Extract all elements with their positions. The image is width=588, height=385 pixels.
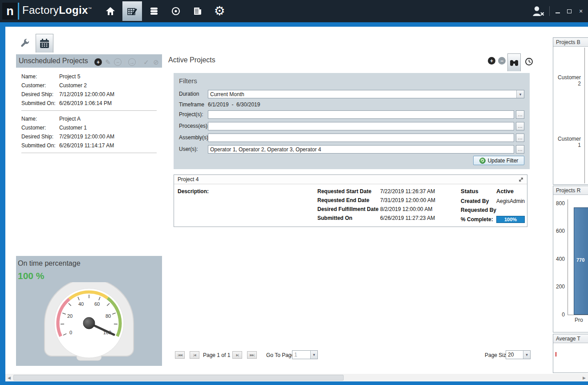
list-divider	[21, 110, 157, 111]
nav-settings[interactable]: ⚙	[210, 1, 229, 21]
schedule-arrow-button[interactable]: →	[128, 58, 136, 66]
duration-select[interactable]: Current Month ▾	[208, 90, 524, 98]
chart-axis	[584, 48, 585, 183]
project-submitted-date: 6/26/2019 11:14:17 AM	[59, 142, 114, 149]
svg-text:20: 20	[67, 313, 73, 319]
projects-chart-header[interactable]: Projects R	[553, 186, 588, 195]
field-label: Submitted On:	[21, 142, 59, 149]
horizontal-scrollbar[interactable]: ◀ ▶	[5, 374, 588, 381]
nav-home[interactable]	[101, 1, 120, 21]
goto-page-input-combo[interactable]: ▾	[292, 350, 318, 359]
remove-button[interactable]: −	[498, 57, 506, 65]
close-button[interactable]: ×	[577, 8, 584, 15]
date-label: Submitted On	[317, 215, 353, 221]
main-nav: ⚙	[101, 1, 229, 21]
complete-value: 100%	[504, 217, 517, 222]
complete-progress-bar: 100%	[496, 216, 525, 223]
page-first-button[interactable]: |◀◀	[175, 351, 185, 359]
field-label: Desired Ship:	[21, 91, 59, 97]
field-label: Name:	[21, 116, 59, 122]
scroll-right-icon[interactable]: ▶	[580, 374, 588, 381]
y-tick: 400	[553, 256, 565, 262]
active-projects-toolbar: + −	[488, 57, 506, 65]
project-customer: Customer 1	[59, 125, 87, 131]
content-area: Unscheduled Projects + ✎ − → ✓ ⊘ Name:Pr…	[5, 27, 588, 374]
date-label: Requested End Date	[317, 197, 369, 203]
svg-text:40: 40	[78, 301, 84, 307]
filters-panel: Filters Duration Current Month ▾ Timefra…	[174, 73, 530, 169]
projects-input[interactable]	[208, 110, 514, 119]
update-filter-button[interactable]: Update Filter	[473, 156, 524, 165]
average-panel-header[interactable]: Average T	[553, 334, 588, 343]
maximize-button[interactable]	[566, 8, 573, 15]
window-controls: ×	[531, 0, 584, 22]
field-label: Customer:	[21, 125, 59, 131]
page-prev-button[interactable]: |◀	[190, 351, 199, 359]
tab-tools[interactable]	[16, 35, 34, 53]
minimize-icon	[556, 9, 560, 13]
layers-icon	[149, 6, 159, 16]
chevron-down-icon[interactable]: ▾	[516, 90, 524, 98]
y-tick: 200	[553, 284, 565, 290]
field-label: Customer:	[21, 82, 59, 89]
on-time-value: 100 %	[18, 271, 45, 281]
svg-text:0: 0	[69, 330, 72, 335]
gauge-hub	[83, 317, 95, 329]
tab-search-binoculars[interactable]	[507, 53, 521, 71]
category-label: Customer 1	[554, 136, 581, 148]
chart-x-axis	[568, 315, 588, 315]
app-logo: n	[2, 3, 19, 20]
assemblies-picker-button[interactable]: …	[516, 134, 524, 142]
tab-history[interactable]	[523, 56, 534, 67]
minimize-button[interactable]	[554, 8, 561, 15]
page-next-button[interactable]: ▶|	[232, 351, 242, 359]
nav-documents[interactable]	[188, 1, 207, 21]
remove-button[interactable]: −	[114, 58, 122, 66]
projects-by-customer-header[interactable]: Projects B	[553, 38, 588, 47]
update-filter-icon	[479, 158, 486, 164]
nav-production[interactable]	[166, 1, 186, 21]
user-logout-icon[interactable]	[531, 5, 545, 17]
scroll-left-icon[interactable]: ◀	[5, 374, 13, 381]
tab-schedule[interactable]	[36, 34, 53, 53]
edit-icon[interactable]: ✎	[104, 58, 112, 66]
date-value: 7/31/2019 12:00:00 AM	[380, 197, 435, 203]
chevron-down-icon[interactable]: ▾	[310, 351, 317, 359]
processes-input[interactable]	[208, 122, 514, 130]
users-picker-button[interactable]: …	[516, 145, 524, 154]
timeframe-value: 6/1/2019 - 6/30/2019	[208, 101, 260, 109]
planning-grid-pencil-icon	[126, 6, 138, 16]
add-button[interactable]: +	[94, 58, 102, 66]
gear-icon: ⚙	[214, 5, 225, 17]
calendar-icon	[39, 38, 50, 49]
field-label: Name:	[21, 73, 59, 80]
nav-materials[interactable]	[144, 1, 164, 21]
chevron-down-icon[interactable]: ▾	[523, 351, 530, 359]
nav-planning[interactable]	[122, 1, 142, 21]
goto-page-label: Go To Page	[266, 352, 294, 358]
clock-icon	[525, 57, 533, 66]
news-icon	[192, 6, 203, 16]
page-last-button[interactable]: ▶▶|	[247, 351, 257, 359]
list-item[interactable]: Name:Project A Customer:Customer 1 Desir…	[21, 114, 157, 150]
assemblies-input[interactable]	[208, 134, 514, 142]
close-icon: ×	[579, 8, 583, 15]
project-card-header[interactable]: Project 4	[174, 175, 527, 184]
date-value: 8/2/2019 12:00:00 AM	[380, 206, 432, 212]
processes-picker-button[interactable]: …	[516, 122, 524, 130]
add-button[interactable]: +	[488, 57, 495, 65]
scrollbar-thumb[interactable]	[13, 375, 344, 381]
list-item[interactable]: Name:Project 5 Customer:Customer 2 Desir…	[21, 72, 157, 108]
goto-page-input[interactable]	[292, 352, 310, 358]
panel-title: Projects R	[556, 187, 580, 194]
average-panel: Average T	[553, 334, 588, 373]
date-label: Requested Start Date	[317, 188, 371, 195]
complete-check-icon[interactable]: ✓	[142, 58, 150, 66]
users-input[interactable]	[208, 145, 514, 154]
cancel-icon[interactable]: ⊘	[152, 58, 160, 66]
expand-icon[interactable]	[519, 177, 523, 182]
date-label: Desired Fulfillment Date	[317, 206, 378, 212]
y-tick: 800	[553, 200, 565, 207]
page-size-select[interactable]: 20 ▾	[506, 350, 531, 359]
projects-picker-button[interactable]: …	[516, 110, 524, 119]
